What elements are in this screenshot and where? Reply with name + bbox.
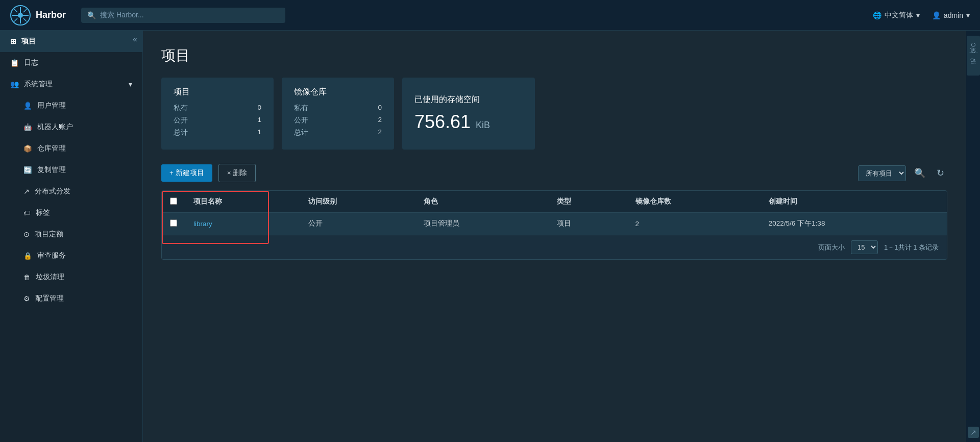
sidebar-item-label: 标签 [36,208,50,217]
toolbar-right: 所有项目 私有 公开 🔍 ↻ [858,165,947,181]
sidebar-item-audit[interactable]: 🔒 审查服务 [0,245,142,266]
public-label: 公开 [174,116,188,125]
sidebar-item-label: 用户管理 [37,101,66,110]
sidebar-item-warehouse[interactable]: 📦 仓库管理 [0,138,142,159]
sidebar-item-label: 审查服务 [37,251,66,260]
th-role: 角色 [415,191,549,213]
storage-title: 已使用的存储空间 [414,94,523,105]
strip-bottom-icon[interactable]: ↗ [968,427,979,438]
sidebar-item-config[interactable]: ⚙ 配置管理 [0,288,142,309]
distribution-icon: ↗ [23,187,30,195]
strip-divider [969,52,978,53]
sidebar-item-sysadmin[interactable]: 👥 系统管理 ▾ [0,73,142,95]
td-created: 2022/5/6 下午1:38 [761,213,947,235]
user-icon: 👤 [932,11,941,19]
pagination-row: 页面大小 15 25 50 1－1共计 1 条记录 [162,235,947,259]
sidebar-item-logs[interactable]: 📋 日志 [0,52,142,73]
stat-row-total-repos: 总计 2 [294,128,382,137]
lang-label: 中文简体 [885,11,913,20]
sidebar-item-trash[interactable]: 🗑 垃圾清理 [0,266,142,288]
robot-icon: 🤖 [23,123,32,131]
sidebar-item-label: 日志 [24,58,38,67]
public-repos-value: 2 [378,116,382,125]
public-repos-label: 公开 [294,116,308,125]
harbor-logo-icon [10,5,31,26]
td-project-name[interactable]: library [185,213,300,235]
sidebar-item-user-management[interactable]: 👤 用户管理 [0,95,142,116]
table-toolbar: + 新建项目 × 删除 所有项目 私有 公开 🔍 ↻ [161,164,947,182]
table-header-row: 项目名称 访问级别 角色 类型 镜像仓库数 [162,191,947,213]
stat-row-total-projects: 总计 1 [174,128,261,137]
total-repos-value: 2 [378,128,382,137]
user-label: admin [944,11,963,19]
sidebar: « ⊞ 项目 📋 日志 👥 系统管理 ▾ 👤 用户管理 🤖 机器人账户 📦 仓库… [0,31,143,442]
strip-label-c: C [970,40,976,50]
app-title: Harbor [36,10,66,20]
sidebar-collapse-btn[interactable]: « [133,35,137,44]
private-repos-value: 0 [378,104,382,113]
refresh-button[interactable]: ↻ [934,165,947,181]
strip-divider-2 [969,63,978,63]
repositories-stat-card: 镜像仓库 私有 0 公开 2 总计 2 [282,78,394,150]
main-layout: « ⊞ 项目 📋 日志 👥 系统管理 ▾ 👤 用户管理 🤖 机器人账户 📦 仓库… [0,31,980,442]
stat-row-public-repos: 公开 2 [294,116,382,125]
chevron-down-icon: ▾ [966,11,970,19]
sidebar-item-label: 项目定额 [35,230,63,239]
warehouse-icon: 📦 [23,144,32,153]
th-checkbox [162,191,185,213]
page-size-select[interactable]: 15 25 50 [851,240,878,254]
row-checkbox[interactable] [170,219,177,227]
sidebar-item-label: 配置管理 [35,294,64,303]
sidebar-item-label: 垃圾清理 [36,273,64,282]
td-role: 项目管理员 [415,213,549,235]
topnav: Harbor 🔍 搜索 Harbor... 🌐 中文简体 ▾ 👤 admin ▾ [0,0,980,31]
strip-label-note: 记 [969,65,977,71]
sidebar-item-distribution[interactable]: ↗ 分布式分发 [0,181,142,202]
th-created: 创建时间 [761,191,947,213]
page-title: 项目 [161,46,947,65]
delete-button[interactable]: × 删除 [218,164,256,182]
td-repo-count: 2 [627,213,761,235]
sidebar-item-quota[interactable]: ⊙ 项目定额 [0,224,142,245]
svg-point-1 [18,13,23,18]
sidebar-item-label: 机器人账户 [37,122,73,132]
th-access: 访问级别 [300,191,415,213]
user-menu[interactable]: 👤 admin ▾ [932,11,970,19]
grid-icon: ⊞ [10,37,16,45]
sidebar-item-projects[interactable]: ⊞ 项目 [0,31,142,52]
logo-area[interactable]: Harbor [10,5,66,26]
private-repos-label: 私有 [294,104,308,113]
sidebar-item-label: 仓库管理 [37,144,66,153]
storage-stat-card: 已使用的存储空间 756.61 KiB [402,78,535,150]
sidebar-item-label: 项目 [21,37,36,46]
stats-row: 项目 私有 0 公开 1 总计 1 镜像仓库 私有 0 [161,78,947,150]
sidebar-item-replication[interactable]: 🔄 复制管理 [0,159,142,181]
strip-label-pen: 笔 [969,55,977,61]
main-content: 项目 项目 私有 0 公开 1 总计 1 镜像仓库 [143,31,966,442]
stat-row-private-repos: 私有 0 [294,104,382,113]
sidebar-item-robot-account[interactable]: 🤖 机器人账户 [0,116,142,138]
th-name: 项目名称 [185,191,300,213]
audit-icon: 🔒 [23,252,32,260]
topnav-right: 🌐 中文简体 ▾ 👤 admin ▾ [873,11,970,20]
projects-stat-card: 项目 私有 0 公开 1 总计 1 [161,78,274,150]
stat-row-public-projects: 公开 1 [174,116,261,125]
language-selector[interactable]: 🌐 中文简体 ▾ [873,11,920,20]
search-button[interactable]: 🔍 [911,165,928,181]
chevron-down-icon: ▾ [129,80,132,88]
config-icon: ⚙ [23,294,30,303]
pagination-summary: 1－1共计 1 条记录 [884,243,939,252]
private-label: 私有 [174,104,188,113]
search-bar[interactable]: 🔍 搜索 Harbor... [81,8,285,23]
strip-panel[interactable]: C 笔 记 [967,36,980,76]
sidebar-item-label: 复制管理 [37,165,66,175]
th-repo-count: 镜像仓库数 [627,191,761,213]
project-filter-select[interactable]: 所有项目 私有 公开 [858,165,906,181]
sidebar-item-tags[interactable]: 🏷 标签 [0,202,142,224]
new-project-button[interactable]: + 新建项目 [161,164,212,182]
replication-icon: 🔄 [23,166,32,174]
table-row: library 公开 项目管理员 项目 2 2022/5/6 下午1:38 [162,213,947,235]
th-type: 类型 [549,191,627,213]
td-access: 公开 [300,213,415,235]
select-all-checkbox[interactable] [170,198,177,205]
